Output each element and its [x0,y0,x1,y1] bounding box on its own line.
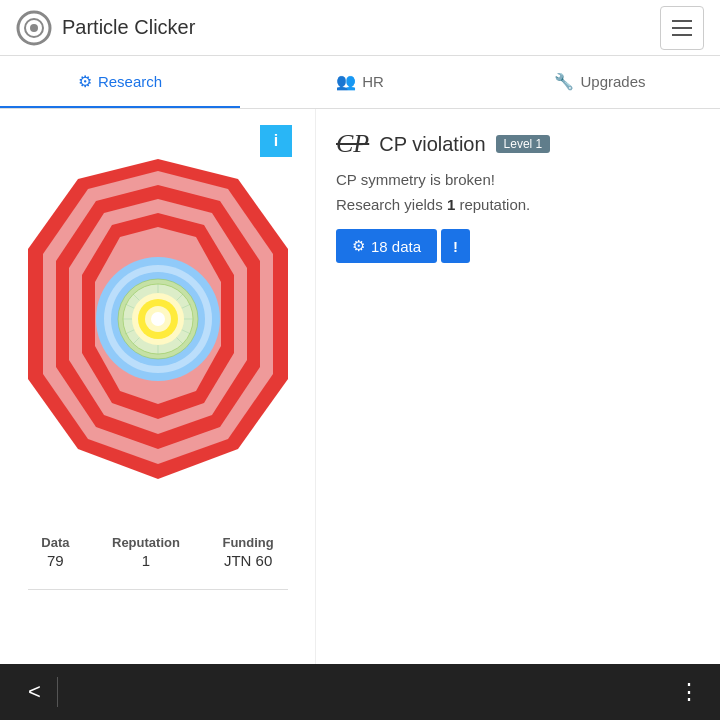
hamburger-button[interactable] [660,6,704,50]
yield-amount: 1 [447,196,455,213]
research-tab-icon: ⚙ [78,72,92,91]
gear-icon: ⚙ [352,237,365,255]
alert-button[interactable]: ! [441,229,470,263]
research-item: CP CP violation Level 1 CP symmetry is b… [336,129,700,263]
topbar: Particle Clicker [0,0,720,56]
research-name: CP violation [379,133,485,156]
hamburger-line-1 [672,20,692,22]
reputation-value: 1 [112,552,180,569]
divider [28,589,288,590]
hr-tab-label: HR [362,73,384,90]
cp-icon: CP [336,129,369,159]
more-options-button[interactable]: ⋮ [678,679,700,705]
data-button[interactable]: ⚙ 18 data [336,229,437,263]
back-button[interactable]: < [20,671,49,713]
bottom-left: < [20,671,58,713]
level-badge: Level 1 [496,135,551,153]
app-title: Particle Clicker [62,16,195,39]
hr-tab-icon: 👥 [336,72,356,91]
stat-funding: Funding JTN 60 [222,535,273,569]
particle-svg [18,149,298,489]
ring-center [151,312,165,326]
research-description: CP symmetry is broken! [336,171,700,188]
research-actions: ⚙ 18 data ! [336,229,700,263]
upgrades-tab-label: Upgrades [580,73,645,90]
reputation-label: Reputation [112,535,180,550]
yield-prefix: Research yields [336,196,447,213]
hamburger-line-3 [672,34,692,36]
stat-reputation: Reputation 1 [112,535,180,569]
tab-hr[interactable]: 👥 HR [240,56,480,108]
upgrades-tab-icon: 🔧 [554,72,574,91]
left-panel: i [0,109,315,664]
particle-visualizer[interactable] [18,139,298,519]
funding-value: JTN 60 [222,552,273,569]
right-panel: CP CP violation Level 1 CP symmetry is b… [315,109,720,664]
bottom-bar: < ⋮ [0,664,720,720]
app-logo [16,10,52,46]
stat-data: Data 79 [41,535,69,569]
research-tab-label: Research [98,73,162,90]
data-value: 79 [41,552,69,569]
data-button-label: 18 data [371,238,421,255]
hamburger-line-2 [672,27,692,29]
tab-upgrades[interactable]: 🔧 Upgrades [480,56,720,108]
topbar-left: Particle Clicker [16,10,195,46]
main-content: i [0,109,720,664]
research-item-header: CP CP violation Level 1 [336,129,700,159]
research-yield: Research yields 1 reputation. [336,196,700,213]
yield-suffix: reputation. [455,196,530,213]
data-label: Data [41,535,69,550]
svg-point-2 [30,24,38,32]
tabs-bar: ⚙ Research 👥 HR 🔧 Upgrades [0,56,720,109]
stats-row: Data 79 Reputation 1 Funding JTN 60 [10,535,305,569]
info-button[interactable]: i [260,125,292,157]
tab-research[interactable]: ⚙ Research [0,56,240,108]
bottom-divider [57,677,58,707]
funding-label: Funding [222,535,273,550]
